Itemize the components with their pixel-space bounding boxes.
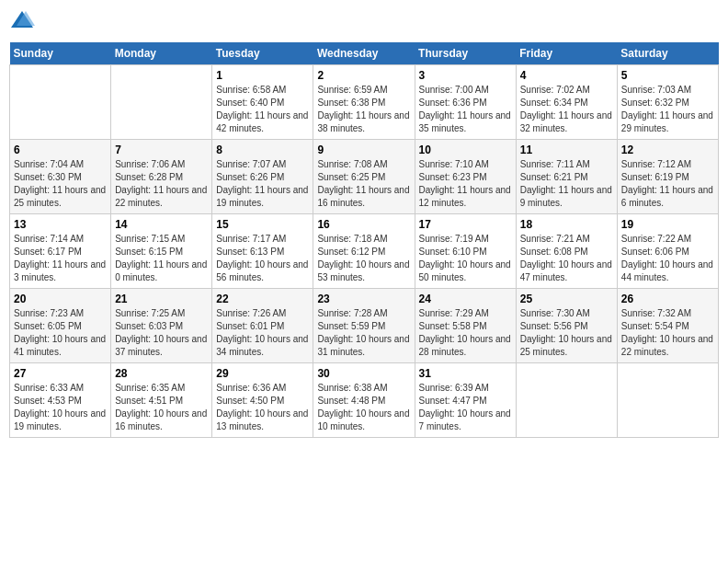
day-info: Sunrise: 7:10 AM Sunset: 6:23 PM Dayligh… [419,158,512,210]
day-info: Sunrise: 7:17 AM Sunset: 6:13 PM Dayligh… [216,233,309,284]
day-info: Sunrise: 7:15 AM Sunset: 6:15 PM Dayligh… [115,233,208,284]
column-header-monday: Monday [111,42,212,65]
day-number: 14 [115,218,208,231]
calendar-cell: 18Sunrise: 7:21 AM Sunset: 6:08 PM Dayli… [516,214,617,289]
day-info: Sunrise: 6:36 AM Sunset: 4:50 PM Dayligh… [216,382,309,433]
day-info: Sunrise: 6:33 AM Sunset: 4:53 PM Dayligh… [14,382,107,433]
day-info: Sunrise: 7:06 AM Sunset: 6:28 PM Dayligh… [115,158,208,210]
calendar-cell: 24Sunrise: 7:29 AM Sunset: 5:58 PM Dayli… [415,289,516,363]
calendar-cell: 22Sunrise: 7:26 AM Sunset: 6:01 PM Dayli… [212,289,313,363]
calendar-cell [617,363,718,438]
day-number: 5 [621,69,714,82]
column-header-saturday: Saturday [617,42,718,65]
calendar-cell: 16Sunrise: 7:18 AM Sunset: 6:12 PM Dayli… [313,214,415,289]
day-number: 19 [621,218,714,231]
day-info: Sunrise: 7:30 AM Sunset: 5:56 PM Dayligh… [520,307,613,359]
calendar-cell: 3Sunrise: 7:00 AM Sunset: 6:36 PM Daylig… [415,65,516,140]
logo [9,9,39,35]
day-number: 16 [317,218,410,231]
calendar-cell: 12Sunrise: 7:12 AM Sunset: 6:19 PM Dayli… [617,140,718,214]
day-number: 22 [216,293,309,305]
column-header-sunday: Sunday [10,42,111,65]
day-number: 3 [419,69,512,82]
page-header [9,9,719,35]
calendar-cell: 6Sunrise: 7:04 AM Sunset: 6:30 PM Daylig… [10,140,111,214]
calendar-cell: 8Sunrise: 7:07 AM Sunset: 6:26 PM Daylig… [212,140,313,214]
calendar-cell: 23Sunrise: 7:28 AM Sunset: 5:59 PM Dayli… [313,289,415,363]
calendar-cell: 15Sunrise: 7:17 AM Sunset: 6:13 PM Dayli… [212,214,313,289]
calendar-cell: 4Sunrise: 7:02 AM Sunset: 6:34 PM Daylig… [516,65,617,140]
day-info: Sunrise: 7:12 AM Sunset: 6:19 PM Dayligh… [621,158,714,210]
calendar-cell: 30Sunrise: 6:38 AM Sunset: 4:48 PM Dayli… [313,363,415,438]
column-header-tuesday: Tuesday [212,42,313,65]
day-number: 1 [216,69,309,82]
day-number: 4 [520,69,613,82]
calendar-week-row: 20Sunrise: 7:23 AM Sunset: 6:05 PM Dayli… [10,289,719,363]
day-info: Sunrise: 7:25 AM Sunset: 6:03 PM Dayligh… [115,307,208,359]
day-number: 12 [621,144,714,156]
day-info: Sunrise: 7:03 AM Sunset: 6:32 PM Dayligh… [621,84,714,135]
day-info: Sunrise: 7:28 AM Sunset: 5:59 PM Dayligh… [317,307,410,359]
calendar-cell: 9Sunrise: 7:08 AM Sunset: 6:25 PM Daylig… [313,140,415,214]
day-info: Sunrise: 6:35 AM Sunset: 4:51 PM Dayligh… [115,382,208,433]
calendar-cell: 13Sunrise: 7:14 AM Sunset: 6:17 PM Dayli… [10,214,111,289]
day-number: 2 [317,69,410,82]
day-number: 15 [216,218,309,231]
day-info: Sunrise: 7:29 AM Sunset: 5:58 PM Dayligh… [419,307,512,359]
day-number: 27 [14,367,107,380]
calendar-week-row: 13Sunrise: 7:14 AM Sunset: 6:17 PM Dayli… [10,214,719,289]
day-number: 11 [520,144,613,156]
day-number: 7 [115,144,208,156]
calendar-cell: 2Sunrise: 6:59 AM Sunset: 6:38 PM Daylig… [313,65,415,140]
calendar-cell: 1Sunrise: 6:58 AM Sunset: 6:40 PM Daylig… [212,65,313,140]
calendar-cell [516,363,617,438]
day-number: 21 [115,293,208,305]
calendar-cell: 26Sunrise: 7:32 AM Sunset: 5:54 PM Dayli… [617,289,718,363]
day-info: Sunrise: 7:02 AM Sunset: 6:34 PM Dayligh… [520,84,613,135]
day-number: 20 [14,293,107,305]
day-number: 13 [14,218,107,231]
calendar-week-row: 1Sunrise: 6:58 AM Sunset: 6:40 PM Daylig… [10,65,719,140]
day-number: 17 [419,218,512,231]
calendar-cell [111,65,212,140]
day-info: Sunrise: 7:04 AM Sunset: 6:30 PM Dayligh… [14,158,107,210]
day-info: Sunrise: 7:21 AM Sunset: 6:08 PM Dayligh… [520,233,613,284]
day-number: 25 [520,293,613,305]
logo-icon [9,9,35,35]
calendar-cell: 20Sunrise: 7:23 AM Sunset: 6:05 PM Dayli… [10,289,111,363]
calendar-cell: 28Sunrise: 6:35 AM Sunset: 4:51 PM Dayli… [111,363,212,438]
day-info: Sunrise: 6:39 AM Sunset: 4:47 PM Dayligh… [419,382,512,433]
calendar-week-row: 6Sunrise: 7:04 AM Sunset: 6:30 PM Daylig… [10,140,719,214]
day-number: 24 [419,293,512,305]
column-header-wednesday: Wednesday [313,42,415,65]
day-info: Sunrise: 7:00 AM Sunset: 6:36 PM Dayligh… [419,84,512,135]
calendar-cell: 19Sunrise: 7:22 AM Sunset: 6:06 PM Dayli… [617,214,718,289]
day-info: Sunrise: 7:32 AM Sunset: 5:54 PM Dayligh… [621,307,714,359]
calendar-cell: 17Sunrise: 7:19 AM Sunset: 6:10 PM Dayli… [415,214,516,289]
day-number: 8 [216,144,309,156]
day-number: 18 [520,218,613,231]
day-info: Sunrise: 7:08 AM Sunset: 6:25 PM Dayligh… [317,158,410,210]
column-header-friday: Friday [516,42,617,65]
calendar-week-row: 27Sunrise: 6:33 AM Sunset: 4:53 PM Dayli… [10,363,719,438]
day-number: 26 [621,293,714,305]
day-number: 31 [419,367,512,380]
calendar-cell: 25Sunrise: 7:30 AM Sunset: 5:56 PM Dayli… [516,289,617,363]
calendar-header-row: SundayMondayTuesdayWednesdayThursdayFrid… [10,42,719,65]
day-info: Sunrise: 7:11 AM Sunset: 6:21 PM Dayligh… [520,158,613,210]
column-header-thursday: Thursday [415,42,516,65]
day-info: Sunrise: 7:26 AM Sunset: 6:01 PM Dayligh… [216,307,309,359]
calendar-cell: 27Sunrise: 6:33 AM Sunset: 4:53 PM Dayli… [10,363,111,438]
calendar-cell: 14Sunrise: 7:15 AM Sunset: 6:15 PM Dayli… [111,214,212,289]
day-info: Sunrise: 7:23 AM Sunset: 6:05 PM Dayligh… [14,307,107,359]
calendar-cell: 10Sunrise: 7:10 AM Sunset: 6:23 PM Dayli… [415,140,516,214]
calendar-cell: 29Sunrise: 6:36 AM Sunset: 4:50 PM Dayli… [212,363,313,438]
calendar-cell [10,65,111,140]
calendar-cell: 5Sunrise: 7:03 AM Sunset: 6:32 PM Daylig… [617,65,718,140]
day-info: Sunrise: 7:14 AM Sunset: 6:17 PM Dayligh… [14,233,107,284]
calendar-table: SundayMondayTuesdayWednesdayThursdayFrid… [9,42,719,438]
day-number: 9 [317,144,410,156]
day-info: Sunrise: 6:38 AM Sunset: 4:48 PM Dayligh… [317,382,410,433]
day-info: Sunrise: 7:07 AM Sunset: 6:26 PM Dayligh… [216,158,309,210]
day-info: Sunrise: 7:22 AM Sunset: 6:06 PM Dayligh… [621,233,714,284]
